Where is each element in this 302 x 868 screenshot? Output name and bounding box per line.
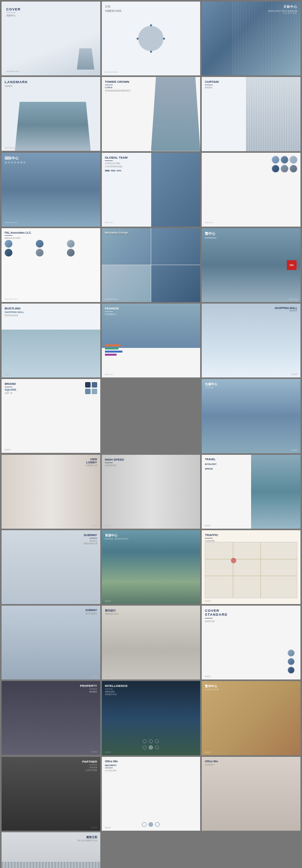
card13-title: BUSTLING bbox=[5, 307, 24, 310]
card17-label: VIEW bbox=[205, 386, 217, 389]
card20-subtitle: ECOLOGY bbox=[205, 463, 216, 465]
card-metro: SUBWAY 城市交通枢纽 酷图网 bbox=[2, 606, 100, 679]
card31-title: Office Mix bbox=[105, 760, 118, 763]
card25-title: 室内设计 bbox=[105, 609, 119, 613]
card6-subtitle: 幕墙系统 bbox=[205, 86, 218, 89]
card-ese-center: 繁中心 ESE ikutu.com bbox=[202, 228, 300, 302]
card-facade: 建筑立面 精心设计的建筑外立面 酷图网 bbox=[2, 832, 100, 868]
card24-label: SUBWAY bbox=[86, 609, 97, 611]
card4-subtitle: 地标建筑 bbox=[5, 85, 28, 87]
card28-watermark: 酷图网 bbox=[105, 751, 111, 753]
card4-watermark: www.ikutu.com bbox=[5, 147, 17, 149]
card18-view: VIEW bbox=[86, 458, 97, 461]
card8-label: 打造世界级商业地标 bbox=[105, 165, 128, 168]
card32-title: Office Mix bbox=[205, 760, 218, 763]
card-property: PROPERTY 物业服务 酷图网 bbox=[2, 681, 100, 755]
card16-watermark: 酷图网 bbox=[5, 449, 10, 451]
card21-watermark: 酷图网 bbox=[91, 600, 97, 602]
card-view-lobby: VIEW LOBBY 全景视野大堂 酷图网 bbox=[2, 455, 100, 529]
card29-subtitle: CENTER bbox=[205, 688, 219, 691]
card-bustling: BUSTLING SHOPPING MALL 繁华商业综合体 酷图网 bbox=[2, 304, 100, 377]
card8-watermark: ikutu.com bbox=[105, 221, 113, 224]
card-high-speed: HIGH SPEED 高速通道系统 酷图网 bbox=[102, 455, 201, 529]
card-subway: SUBWAY 地铁直达 便捷的地铁交通 酷图网 bbox=[2, 530, 100, 604]
card23-watermark: 酷图网 bbox=[205, 600, 211, 602]
card23-title: TRAFFIC bbox=[205, 533, 218, 537]
card31-subtitle: SECURITY bbox=[105, 764, 118, 767]
card30-label: 全球合作网络 bbox=[82, 769, 97, 771]
card30-subtitle: 合作伙伴 bbox=[82, 766, 97, 768]
card31-watermark: 酷图网 bbox=[105, 826, 111, 829]
card-office-meeting: Office Mix 会议室设计 酷图网 bbox=[202, 757, 300, 831]
card25-subtitle: 精致的室内空间 bbox=[105, 613, 119, 615]
card4-title: LANDMARK bbox=[5, 80, 28, 84]
card19-subtitle: 高速通道系统 bbox=[105, 464, 124, 466]
card21-label: 便捷的地铁交通 bbox=[84, 542, 97, 545]
card-shopping-mall: SHOPPING MALL ENJOY 酷图网 bbox=[202, 304, 300, 377]
card11-watermark: www.ikutu.com bbox=[105, 298, 118, 300]
card9-watermark: ikutu.com bbox=[205, 221, 213, 224]
card20-title: TRAVEL bbox=[205, 458, 216, 461]
card13-watermark: 酷图网 bbox=[5, 373, 10, 375]
card30-title: PARTNER bbox=[82, 760, 97, 763]
card2-label: 设施 bbox=[105, 5, 121, 9]
card5-title: TOWER CROWN bbox=[105, 80, 130, 84]
card12-title: 繁中心 bbox=[205, 231, 216, 236]
card7-watermark: www.ikutu.com bbox=[5, 221, 17, 224]
card15-watermark: 酷图网 bbox=[292, 373, 297, 375]
card25-watermark: 酷图网 bbox=[105, 675, 111, 678]
card8-subtitle: 全球顶尖设计团队 bbox=[105, 162, 128, 164]
card20-watermark: 酷图网 bbox=[205, 524, 211, 527]
card19-title: HIGH SPEED bbox=[105, 458, 124, 461]
card-landmark: LANDMARK 地标建筑 www.ikutu.com bbox=[2, 77, 100, 151]
card-intelligence: INTELLIGENCE 智能化系统 智慧楼宇管理 酷图网 bbox=[102, 681, 201, 755]
card22-subtitle: RANGE RESEARCH bbox=[105, 538, 129, 540]
card15-subtitle: ENJOY bbox=[275, 309, 297, 312]
card22-watermark: 酷图网 bbox=[105, 600, 111, 602]
card27-title: PROPERTY bbox=[80, 684, 97, 688]
card-diagram: 设施 功能配套分析图 www.ikutu.com bbox=[102, 2, 201, 75]
card20-label: SPACE bbox=[205, 468, 216, 470]
card33-title: 建筑立面 bbox=[78, 835, 97, 839]
card24-subtitle: 城市交通枢纽 bbox=[86, 612, 97, 615]
card7-label: 城市综合体项目 bbox=[5, 161, 26, 164]
card-cover: COVER 天际中心 www.ikutu.com bbox=[2, 2, 100, 75]
card-cover-standard: COVER STANDARD 标准层平面 酷图网 bbox=[202, 606, 300, 679]
card26-subtitle: STANDARD bbox=[205, 613, 227, 617]
card24-watermark: 酷图网 bbox=[91, 675, 97, 678]
card-travel: TRAVEL ECOLOGY SPACE 酷图网 bbox=[202, 455, 300, 529]
card7-title: 国际中心 bbox=[5, 156, 26, 161]
card26-label: 标准层平面 bbox=[205, 620, 227, 622]
card18-label: 全景视野大堂 bbox=[86, 464, 97, 466]
card27-subtitle: 物业服务 bbox=[80, 690, 97, 693]
card-city-amenities: ikutu.com bbox=[202, 153, 300, 227]
card17-title: 仓储中心 bbox=[205, 382, 217, 386]
card-fashion: FASHION 时尚购物中心 ikutu.com bbox=[102, 304, 201, 377]
card29-title: 繁华中心 bbox=[205, 684, 219, 688]
card-office-security: Office Mix SECURITY 办公安全系统 酷图网 bbox=[102, 757, 201, 831]
card-partner: PARTNER 合作伙伴 全球合作网络 酷图网 bbox=[2, 757, 100, 831]
card-traffic: TRAFFIC 交通规划图 酷图网 bbox=[202, 530, 300, 604]
card10-title: FAL Associates LLC. bbox=[5, 231, 31, 234]
card1-title: COVER bbox=[6, 7, 21, 11]
card2-watermark: www.ikutu.com bbox=[105, 71, 118, 73]
card14-title: FASHION bbox=[105, 307, 119, 310]
card17-watermark: 酷图网 bbox=[292, 449, 297, 451]
card29-watermark: 酷图网 bbox=[205, 751, 211, 753]
card-intl-center: 国际中心 城市综合体项目 www.ikutu.com bbox=[2, 153, 100, 227]
card-global-team: GLOBAL TEAM 全球顶尖设计团队 打造世界级商业地标 ikutu.com bbox=[102, 153, 201, 227]
card-interior: 室内设计 精致的室内空间 酷图网 bbox=[102, 606, 201, 679]
card32-subtitle: 会议室设计 bbox=[205, 763, 218, 766]
card10-watermark: www.ikutu.com bbox=[5, 298, 17, 300]
card28-title: INTELLIGENCE bbox=[105, 684, 128, 688]
card-manhattan: Manhattan Design www.ikutu.com bbox=[102, 228, 201, 302]
card3-label: CENTER bbox=[268, 12, 297, 14]
card18-watermark: 酷图网 bbox=[91, 524, 97, 527]
card-curtain: CURTAIN 幕墙系统 bbox=[202, 77, 300, 151]
card32-watermark: 酷图网 bbox=[205, 826, 211, 829]
card21-subtitle: 地铁直达 bbox=[84, 540, 97, 542]
card13-subtitle: SHOPPING MALL bbox=[5, 311, 24, 313]
card-storage: 仓储中心 VIEW 酷图网 bbox=[202, 379, 300, 453]
card15-title: SHOPPING MALL bbox=[275, 307, 297, 309]
card28-subtitle: 智能化系统 bbox=[105, 690, 128, 693]
